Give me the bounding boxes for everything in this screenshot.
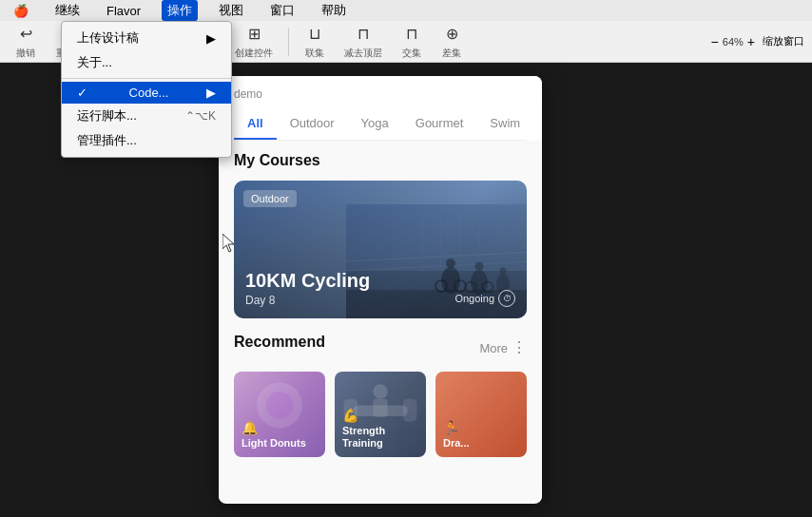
union-icon: ⊔ xyxy=(304,24,325,45)
more-label: More xyxy=(479,341,508,355)
more-dots-icon: ⋮ xyxy=(512,340,527,355)
rec-card-strength-training[interactable]: 💪 Strength Training xyxy=(335,372,426,457)
course-status-label: Ongoing xyxy=(454,293,494,304)
tab-yoga[interactable]: Yoga xyxy=(348,108,402,140)
dropdown-run-shortcut: ⌃⌥K xyxy=(185,109,216,123)
menu-continue[interactable]: 继续 xyxy=(49,0,86,21)
app-content: My Courses xyxy=(219,141,542,502)
dropdown-about-label: 关于... xyxy=(77,54,112,71)
dropdown-menu: 上传设计稿 ▶ 关于... ✓ Code... ▶ 运行脚本... ⌃⌥K 管理… xyxy=(61,21,232,158)
tab-outdoor[interactable]: Outdoor xyxy=(277,108,348,140)
create-ctrl-label: 创建控件 xyxy=(235,47,273,60)
toolbar-right: − 64% + 缩放窗口 xyxy=(711,34,804,49)
undo-label: 撤销 xyxy=(16,47,35,60)
run-icon: 🏃 xyxy=(443,420,519,435)
rec-card-run[interactable]: 🏃 Dra... xyxy=(435,372,527,457)
menu-window[interactable]: 窗口 xyxy=(264,0,300,21)
course-day: Day 8 xyxy=(245,294,370,307)
union-button[interactable]: ⊔ 联集 xyxy=(297,20,333,64)
recommend-header: Recommend More ⋮ xyxy=(234,334,527,362)
menu-flavor[interactable]: Flavor xyxy=(101,2,146,20)
run-name: Dra... xyxy=(443,437,519,450)
dropdown-run-script[interactable]: 运行脚本... ⌃⌥K xyxy=(62,104,231,128)
app-header: demo All Outdoor Yoga Gourmet Swim Run xyxy=(219,76,542,141)
recommend-title: Recommend xyxy=(234,334,325,351)
difference-icon: ⊕ xyxy=(441,24,462,45)
subtract-button[interactable]: ⊓ 减去顶层 xyxy=(337,20,390,64)
undo-icon: ↩ xyxy=(15,24,36,45)
recommend-row: 🔔 Light Donuts 💪 Strength Training xyxy=(234,372,527,457)
tabs-container: All Outdoor Yoga Gourmet Swim Run xyxy=(234,108,527,141)
app-demo-label: demo xyxy=(234,87,527,101)
svg-point-25 xyxy=(373,384,387,398)
dropdown-arrow-2-icon: ▶ xyxy=(206,86,216,100)
create-ctrl-button[interactable]: ⊞ 创建控件 xyxy=(227,20,280,64)
undo-button[interactable]: ↩ 撤销 xyxy=(8,20,44,64)
light-donuts-label: 🔔 Light Donuts xyxy=(242,420,318,450)
menu-apple[interactable]: 🍎 xyxy=(8,2,34,20)
zoom-out-button[interactable]: − xyxy=(711,34,719,49)
tab-all[interactable]: All xyxy=(234,108,277,140)
dropdown-arrow-icon: ▶ xyxy=(206,31,216,46)
strength-icon: 💪 xyxy=(342,408,418,423)
light-donuts-name: Light Donuts xyxy=(242,437,318,450)
ongoing-icon: ⏱ xyxy=(498,290,515,307)
menu-bar: 🍎 继续 Flavor 操作 视图 窗口 帮助 xyxy=(0,0,812,21)
code-checkmark-icon: ✓ xyxy=(77,86,87,100)
dropdown-manage-plugins[interactable]: 管理插件... xyxy=(62,128,231,153)
dropdown-sep xyxy=(62,78,231,79)
course-badge: Outdoor xyxy=(243,190,297,207)
strength-training-label: 💪 Strength Training xyxy=(342,408,418,450)
tab-swim[interactable]: Swim xyxy=(476,108,527,140)
intersect-button[interactable]: ⊓ 交集 xyxy=(394,20,430,64)
union-label: 联集 xyxy=(305,47,324,60)
menu-help[interactable]: 帮助 xyxy=(316,0,352,21)
dropdown-run-label: 运行脚本... xyxy=(77,107,137,124)
menu-view[interactable]: 视图 xyxy=(213,0,249,21)
course-info: 10KM Cycling Day 8 xyxy=(245,269,370,307)
dropdown-manage-label: 管理插件... xyxy=(77,132,137,149)
strength-training-name: Strength Training xyxy=(342,425,418,450)
tab-gourmet[interactable]: Gourmet xyxy=(402,108,477,140)
zoom-window-button[interactable]: 缩放窗口 xyxy=(763,34,804,48)
intersect-label: 交集 xyxy=(402,47,421,60)
light-donuts-icon: 🔔 xyxy=(242,420,318,435)
intersect-icon: ⊓ xyxy=(401,24,422,45)
zoom-value: 64% xyxy=(723,36,744,48)
menu-actions[interactable]: 操作 xyxy=(162,0,198,21)
run-label: 🏃 Dra... xyxy=(443,420,519,450)
svg-point-21 xyxy=(266,392,294,419)
phone-mockup: demo All Outdoor Yoga Gourmet Swim Run M… xyxy=(219,76,542,504)
difference-label: 差集 xyxy=(442,47,461,60)
dropdown-about[interactable]: 关于... xyxy=(62,50,231,75)
dropdown-submenu[interactable]: 上传设计稿 ▶ xyxy=(62,26,231,50)
rec-card-light-donuts[interactable]: 🔔 Light Donuts xyxy=(234,372,325,457)
course-card[interactable]: Outdoor 10KM Cycling Day 8 Ongoing ⏱ xyxy=(234,181,527,318)
more-button[interactable]: More ⋮ xyxy=(479,340,527,355)
course-name: 10KM Cycling xyxy=(245,269,370,292)
subtract-icon: ⊓ xyxy=(353,24,374,45)
create-ctrl-icon: ⊞ xyxy=(243,24,264,45)
dropdown-code[interactable]: ✓ Code... ▶ xyxy=(62,82,231,104)
dropdown-code-label: Code... xyxy=(129,86,169,100)
toolbar-sep-2 xyxy=(288,28,289,56)
difference-button[interactable]: ⊕ 差集 xyxy=(434,20,470,64)
zoom-in-button[interactable]: + xyxy=(747,34,755,49)
my-courses-title: My Courses xyxy=(234,152,527,169)
dropdown-submenu-label: 上传设计稿 xyxy=(77,29,139,47)
course-status: Ongoing ⏱ xyxy=(454,290,515,307)
zoom-display: − 64% + xyxy=(711,34,755,49)
subtract-label: 减去顶层 xyxy=(344,47,382,60)
